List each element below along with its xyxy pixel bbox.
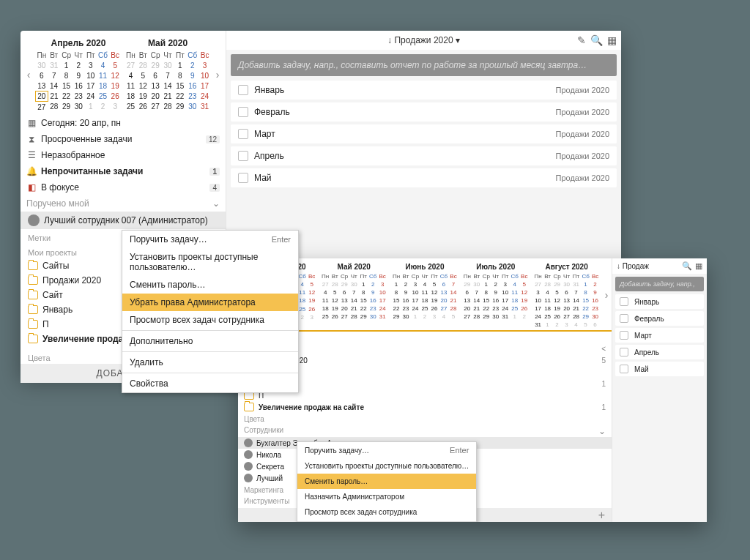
calendar-icon[interactable]: ▦ [607,34,617,46]
task-row[interactable]: Февраль [615,311,704,326]
task-header-title[interactable]: ↓ Продажи 2020 ▾ [387,35,460,45]
ctx-label: Убрать права Администратора [130,297,256,307]
ctx-assign-task[interactable]: Поручить задачу…Enter [297,442,476,458]
task-title: Февраль [254,107,290,117]
task-title: Май [634,365,649,373]
task-header-title[interactable]: ↓ Продаж [617,262,649,270]
ctx-set-projects[interactable]: Установить проекты доступные пользовател… [122,248,298,276]
task-title: Март [634,332,652,340]
project-name: Сайт [42,290,63,300]
ctx-assign-task[interactable]: Поручить задачу…Enter [122,231,298,248]
add-task-input[interactable]: Добавить задачу, напр., составить отчет … [231,54,617,76]
context-menu-employee: Поручить задачу…Enter Установить проекты… [297,441,477,522]
checkbox[interactable] [238,173,248,183]
task-row[interactable]: Январь [615,294,704,309]
mini-cal-may[interactable]: Май 2020ПнВтСрЧтПтСбВс272829301234567891… [319,261,389,321]
employee-row[interactable]: Лучший сотрудник 007 (Администратор) [21,212,226,229]
employee-name: Секрета [256,463,284,471]
checkbox[interactable] [620,365,628,373]
ctx-properties[interactable]: Свойства [122,375,298,392]
project-item[interactable]: Увеличение продаж на сайте1 [238,401,612,413]
checkbox[interactable] [620,297,628,306]
filter-overdue[interactable]: ⧗Просроченные задачи12 [21,131,226,147]
task-title: Май [254,173,272,183]
checkbox[interactable] [238,107,248,117]
task-row[interactable]: МайПродажи 2020 [231,168,617,187]
filter-overdue-label: Просроченные задачи [41,134,132,144]
cal-next[interactable]: › [214,70,221,80]
project-name: Январь [42,305,73,315]
task-row[interactable]: МартПродажи 2020 [231,124,617,143]
task-pane: ↓ Продаж 🔍 ▦ Добавить задачу, напр., Янв… [612,258,707,522]
search-icon[interactable]: 🔍 [590,34,603,46]
checkbox[interactable] [238,85,248,95]
checkbox[interactable] [238,129,248,139]
ctx-remove-admin[interactable]: Убрать права Администратора [122,294,298,311]
task-title: Март [254,129,275,139]
filter-assigned[interactable]: Поручено мной⌄ [21,195,226,212]
label: Сотрудники [244,426,283,436]
ctx-set-projects[interactable]: Установить проекты доступные пользовател… [297,458,476,474]
mini-cal-aug[interactable]: Август 2020ПнВтСрЧтПтСбВс272829303112345… [532,261,601,329]
chevron-down-icon: ⌄ [598,426,606,436]
task-project: Продажи 2020 [556,152,609,160]
mini-cal-may[interactable]: Май 2020ПнВтСрЧтПтСбВс272829301234567891… [125,37,211,112]
folder-icon [28,305,38,314]
ctx-view-tasks[interactable]: Просмотр всех задач сотрудника [297,504,476,520]
task-title: Январь [254,85,284,95]
ctx-more[interactable]: Дополнительно [122,332,298,350]
ctx-delete[interactable]: Удалить [122,354,298,371]
separator [122,351,298,352]
filter-focus[interactable]: ◧В фокусе4 [21,179,226,195]
ctx-make-admin[interactable]: Назначить Администратором [297,489,476,504]
employee-name: Лучший [256,474,283,482]
filter-today[interactable]: ▦Сегодня: 20 апр, пн [21,115,226,131]
project-name: Сайты [42,261,69,271]
task-row[interactable]: Май [615,362,704,376]
overdue-icon: ⧗ [26,134,37,144]
calendar-icon: ▦ [26,118,37,128]
task-list: ЯнварьПродажи 2020ФевральПродажи 2020Мар… [226,81,621,190]
cal-next[interactable]: › [603,290,610,300]
add-task-input[interactable]: Добавить задачу, напр., [615,277,704,291]
filter-unsorted[interactable]: ☰Неразобранное [21,147,226,163]
badge: 12 [206,135,220,143]
cal-prev[interactable]: ‹ [25,70,32,80]
checkbox[interactable] [238,151,248,161]
task-row[interactable]: АпрельПродажи 2020 [231,146,617,165]
ctx-label: Сменить пароль… [305,477,368,485]
task-project: Продажи 2020 [556,86,609,94]
bell-icon: 🔔 [26,166,37,176]
ctx-label: Назначить Администратором [305,493,404,501]
task-row[interactable]: ЯнварьПродажи 2020 [231,81,617,100]
count: < [601,345,606,353]
task-row[interactable]: Апрель [615,345,704,359]
project-name: Увеличение продаж на сайте [259,403,364,411]
calendar-icon[interactable]: ▦ [695,261,702,271]
calendar-pair: ‹ Апрель 2020ПнВтСрЧтПтСбВс3031123456789… [21,31,226,115]
ctx-change-password[interactable]: Сменить пароль… [297,474,476,489]
bookmark-icon: ◧ [26,182,37,193]
task-row[interactable]: ФевральПродажи 2020 [231,102,617,122]
section-colors: Цвета [238,413,612,424]
ctx-change-password[interactable]: Сменить пароль… [122,276,298,294]
search-icon[interactable]: 🔍 [682,261,692,271]
ctx-label: Поручить задачу… [130,234,207,244]
task-header: ↓ Продажи 2020 ▾ ✎ 🔍 ▦ [226,31,621,50]
employee-name: Никола [256,451,281,459]
window-employees: ‹ Апрель 2020ПнВтСрЧтПтСбВс3031123456789… [238,258,707,522]
edit-icon[interactable]: ✎ [577,34,586,46]
filter-unread[interactable]: 🔔Непрочитанные задачи1 [21,163,226,179]
task-row[interactable]: Март [615,328,704,343]
checkbox[interactable] [620,348,628,356]
mini-cal-apr[interactable]: Апрель 2020ПнВтСрЧтПтСбВс303112345678910… [35,37,122,112]
ctx-view-tasks[interactable]: Просмотр всех задач сотрудника [122,311,298,329]
count: 5 [601,356,606,365]
avatar-icon [244,438,253,447]
mini-cal-jun[interactable]: Июнь 2020ПнВтСрЧтПтСбВс12345678910111213… [390,261,460,321]
task-title: Январь [634,298,659,306]
checkbox[interactable] [620,331,628,340]
mini-cal-jul[interactable]: Июль 2020ПнВтСрЧтПтСбВс29301234567891011… [461,261,530,321]
section-employees[interactable]: Сотрудники⌄ [238,424,612,437]
checkbox[interactable] [620,314,628,323]
